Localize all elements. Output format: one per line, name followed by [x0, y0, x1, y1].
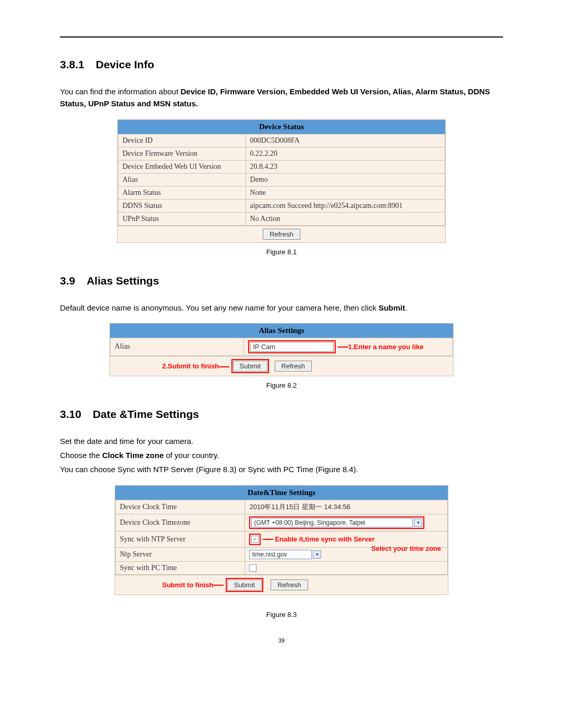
heading-datetime-settings: 3.10Date &Time Settings: [60, 408, 503, 421]
annotation-enable-sync: Enable it,time sync with Server: [275, 535, 374, 543]
dt-intro2: Choose the Clock Time zone of your count…: [60, 449, 503, 461]
table-row: AliasDemo: [118, 173, 445, 186]
alias-header: Alias Settings: [110, 324, 453, 338]
page-number: 39: [60, 637, 503, 644]
refresh-button[interactable]: Refresh: [275, 361, 312, 372]
table-row: Alias IP Cam 1.Enter a name you like: [111, 338, 453, 355]
heading-device-info: 3.8.1Device Info: [60, 58, 503, 71]
figure-caption: Figure 8.3: [60, 611, 503, 619]
table-row: Device Clock Timezone (GMT +08:00) Beiji…: [116, 514, 448, 531]
datetime-panel: Date&Time Settings Device Clock Time 201…: [115, 485, 448, 595]
refresh-button[interactable]: Refresh: [271, 579, 308, 590]
timezone-select[interactable]: (GMT +08:00) Beijing, Singapore, Taipei: [251, 518, 413, 527]
alias-panel: Alias Settings Alias IP Cam 1.Enter a na…: [109, 323, 454, 376]
ntp-sync-checkbox[interactable]: ✓: [251, 536, 259, 543]
alias-input[interactable]: IP Cam: [250, 342, 334, 352]
device-status-footer: Refresh: [118, 226, 445, 242]
dt-intro3: You can choose Sync with NTP Server (Fig…: [60, 463, 503, 475]
alias-input-wrap: IP Cam: [248, 340, 336, 353]
figure-caption: Figure 8.1: [60, 248, 503, 256]
top-rule: [60, 36, 503, 38]
table-row: UPnP StatusNo Action: [118, 212, 445, 225]
device-info-intro: You can find the information about Devic…: [60, 85, 503, 110]
table-row: Device Firmware Version0.22.2.20: [118, 147, 445, 160]
ntp-checkbox-wrap: ✓: [249, 534, 261, 545]
refresh-button[interactable]: Refresh: [263, 229, 300, 240]
chevron-down-icon[interactable]: ▾: [414, 519, 422, 527]
alias-table: Alias IP Cam 1.Enter a name you like: [110, 338, 453, 356]
heading-title: Device Info: [96, 58, 154, 70]
heading-num: 3.9: [60, 275, 75, 287]
dt-intro1: Set the date and time for your camera.: [60, 435, 503, 447]
datetime-table: Device Clock Time 2010年11月15日 星期一 14:34:…: [115, 500, 448, 575]
annotation-enter-name: 1.Enter a name you like: [338, 343, 424, 351]
submit-wrap: Submit: [231, 359, 269, 373]
datetime-footer: Submit to finish Submit Refresh: [115, 575, 448, 595]
heading-num: 3.8.1: [60, 58, 84, 70]
table-row: Alarm StatusNone: [118, 186, 445, 199]
alias-footer: 2.Submit to finish Submit Refresh: [110, 356, 453, 376]
alias-intro: Default device name is anonymous. You se…: [60, 302, 503, 314]
submit-button[interactable]: Submit: [233, 361, 267, 372]
heading-title: Alias Settings: [87, 275, 159, 287]
annotation-select-tz: Select your time zone: [371, 545, 441, 552]
table-row: Sync with NTP Server ✓ Enable it,time sy…: [116, 531, 448, 547]
datetime-header: Date&Time Settings: [115, 486, 448, 500]
table-row: Device ID000DC5D008FA: [118, 134, 445, 147]
table-row: DDNS Statusaipcam.com Succeed http://e02…: [118, 199, 445, 212]
annotation-submit-finish: Submit to finish: [162, 581, 213, 589]
table-row: Device Clock Time 2010年11月15日 星期一 14:34:…: [116, 500, 448, 514]
ntp-server-select[interactable]: time.nist.gov: [249, 550, 312, 559]
pc-sync-checkbox[interactable]: [249, 564, 256, 572]
figure-caption: Figure 8.2: [60, 381, 503, 389]
table-row: Device Embeded Web UI Version20.8.4.23: [118, 160, 445, 173]
device-status-header: Device Status: [118, 120, 445, 134]
submit-wrap: Submit: [226, 578, 263, 592]
heading-title: Date &Time Settings: [93, 408, 199, 420]
submit-button[interactable]: Submit: [227, 579, 262, 590]
timezone-select-wrap: (GMT +08:00) Beijing, Singapore, Taipei …: [249, 516, 424, 529]
heading-alias-settings: 3.9Alias Settings: [60, 275, 503, 287]
device-status-panel: Device Status Device ID000DC5D008FA Devi…: [117, 119, 446, 243]
annotation-submit-finish: 2.Submit to finish: [162, 362, 219, 370]
heading-num: 3.10: [60, 408, 81, 420]
chevron-down-icon[interactable]: ▾: [313, 550, 321, 559]
table-row: Sync with PC Time: [116, 561, 448, 574]
device-status-table: Device ID000DC5D008FA Device Firmware Ve…: [118, 134, 445, 226]
